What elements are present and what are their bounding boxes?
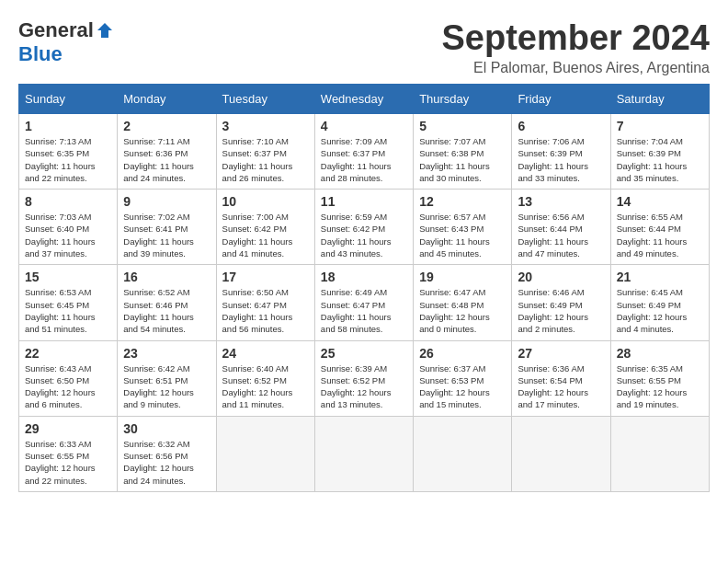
calendar-cell: [610, 416, 709, 491]
calendar-cell: [314, 416, 413, 491]
day-number: 4: [321, 119, 407, 133]
day-info: Sunrise: 7:13 AM Sunset: 6:35 PM Dayligh…: [25, 135, 111, 184]
col-header-thursday: Thursday: [414, 85, 512, 114]
day-number: 19: [419, 270, 506, 284]
calendar-cell: 18Sunrise: 6:49 AM Sunset: 6:47 PM Dayli…: [314, 265, 413, 340]
calendar-cell: 29Sunrise: 6:33 AM Sunset: 6:55 PM Dayli…: [19, 416, 118, 491]
day-info: Sunrise: 6:35 AM Sunset: 6:55 PM Dayligh…: [617, 362, 703, 411]
location-subtitle: El Palomar, Buenos Aires, Argentina: [442, 60, 711, 76]
calendar-cell: [414, 416, 512, 491]
day-info: Sunrise: 6:32 AM Sunset: 6:56 PM Dayligh…: [123, 438, 210, 487]
col-header-friday: Friday: [512, 85, 610, 114]
day-number: 29: [25, 421, 111, 436]
day-number: 11: [321, 194, 407, 209]
day-info: Sunrise: 6:52 AM Sunset: 6:46 PM Dayligh…: [123, 286, 210, 335]
svg-marker-0: [97, 23, 112, 38]
calendar-cell: 30Sunrise: 6:32 AM Sunset: 6:56 PM Dayli…: [118, 416, 216, 491]
day-info: Sunrise: 7:02 AM Sunset: 6:41 PM Dayligh…: [123, 211, 210, 259]
calendar-cell: 12Sunrise: 6:57 AM Sunset: 6:43 PM Dayli…: [414, 190, 512, 265]
day-number: 14: [617, 194, 703, 209]
calendar-cell: 1Sunrise: 7:13 AM Sunset: 6:35 PM Daylig…: [19, 114, 118, 190]
day-number: 28: [617, 346, 703, 361]
day-info: Sunrise: 6:59 AM Sunset: 6:42 PM Dayligh…: [321, 211, 407, 259]
calendar-cell: 2Sunrise: 7:11 AM Sunset: 6:36 PM Daylig…: [118, 114, 216, 190]
logo: General Blue: [18, 18, 114, 66]
day-info: Sunrise: 6:43 AM Sunset: 6:50 PM Dayligh…: [25, 362, 111, 411]
calendar-cell: 28Sunrise: 6:35 AM Sunset: 6:55 PM Dayli…: [610, 340, 709, 416]
day-number: 9: [123, 194, 210, 209]
day-info: Sunrise: 7:09 AM Sunset: 6:37 PM Dayligh…: [321, 135, 407, 184]
calendar-cell: 25Sunrise: 6:39 AM Sunset: 6:52 PM Dayli…: [314, 340, 413, 416]
day-number: 10: [222, 194, 309, 209]
day-number: 21: [617, 270, 703, 284]
day-info: Sunrise: 6:40 AM Sunset: 6:52 PM Dayligh…: [222, 362, 309, 411]
day-number: 18: [321, 270, 407, 284]
day-number: 23: [123, 346, 210, 361]
calendar-cell: 6Sunrise: 7:06 AM Sunset: 6:39 PM Daylig…: [512, 114, 610, 190]
day-info: Sunrise: 6:33 AM Sunset: 6:55 PM Dayligh…: [25, 438, 111, 487]
calendar-cell: 16Sunrise: 6:52 AM Sunset: 6:46 PM Dayli…: [118, 265, 216, 340]
day-info: Sunrise: 6:47 AM Sunset: 6:48 PM Dayligh…: [419, 286, 506, 335]
day-number: 1: [25, 119, 111, 133]
calendar-cell: 20Sunrise: 6:46 AM Sunset: 6:49 PM Dayli…: [512, 265, 610, 340]
day-info: Sunrise: 6:53 AM Sunset: 6:45 PM Dayligh…: [25, 286, 111, 335]
day-number: 26: [419, 346, 506, 361]
day-number: 25: [321, 346, 407, 361]
day-number: 5: [419, 119, 506, 133]
day-info: Sunrise: 6:36 AM Sunset: 6:54 PM Dayligh…: [518, 362, 604, 411]
logo-general-text: General: [18, 18, 94, 42]
day-info: Sunrise: 6:42 AM Sunset: 6:51 PM Dayligh…: [123, 362, 210, 411]
day-number: 7: [617, 119, 703, 133]
day-info: Sunrise: 6:57 AM Sunset: 6:43 PM Dayligh…: [419, 211, 506, 259]
col-header-sunday: Sunday: [19, 85, 118, 114]
calendar-week-row: 29Sunrise: 6:33 AM Sunset: 6:55 PM Dayli…: [19, 416, 710, 491]
day-info: Sunrise: 7:10 AM Sunset: 6:37 PM Dayligh…: [222, 135, 309, 184]
col-header-wednesday: Wednesday: [314, 85, 413, 114]
day-info: Sunrise: 6:50 AM Sunset: 6:47 PM Dayligh…: [222, 286, 309, 335]
day-info: Sunrise: 6:49 AM Sunset: 6:47 PM Dayligh…: [321, 286, 407, 335]
day-info: Sunrise: 7:00 AM Sunset: 6:42 PM Dayligh…: [222, 211, 309, 259]
day-number: 27: [518, 346, 604, 361]
day-info: Sunrise: 7:07 AM Sunset: 6:38 PM Dayligh…: [419, 135, 506, 184]
calendar-header-row: SundayMondayTuesdayWednesdayThursdayFrid…: [19, 85, 710, 114]
calendar-week-row: 8Sunrise: 7:03 AM Sunset: 6:40 PM Daylig…: [19, 190, 710, 265]
calendar-cell: [216, 416, 314, 491]
calendar-cell: 19Sunrise: 6:47 AM Sunset: 6:48 PM Dayli…: [414, 265, 512, 340]
day-info: Sunrise: 7:06 AM Sunset: 6:39 PM Dayligh…: [518, 135, 604, 184]
calendar-cell: 3Sunrise: 7:10 AM Sunset: 6:37 PM Daylig…: [216, 114, 314, 190]
day-number: 2: [123, 119, 210, 133]
calendar-cell: 27Sunrise: 6:36 AM Sunset: 6:54 PM Dayli…: [512, 340, 610, 416]
calendar-cell: 21Sunrise: 6:45 AM Sunset: 6:49 PM Dayli…: [610, 265, 709, 340]
calendar-cell: 26Sunrise: 6:37 AM Sunset: 6:53 PM Dayli…: [414, 340, 512, 416]
calendar-cell: 7Sunrise: 7:04 AM Sunset: 6:39 PM Daylig…: [610, 114, 709, 190]
day-number: 8: [25, 194, 111, 209]
calendar-cell: 11Sunrise: 6:59 AM Sunset: 6:42 PM Dayli…: [314, 190, 413, 265]
day-info: Sunrise: 6:37 AM Sunset: 6:53 PM Dayligh…: [419, 362, 506, 411]
calendar-cell: 15Sunrise: 6:53 AM Sunset: 6:45 PM Dayli…: [19, 265, 118, 340]
day-info: Sunrise: 6:39 AM Sunset: 6:52 PM Dayligh…: [321, 362, 407, 411]
calendar-cell: 5Sunrise: 7:07 AM Sunset: 6:38 PM Daylig…: [414, 114, 512, 190]
day-number: 20: [518, 270, 604, 284]
calendar-week-row: 22Sunrise: 6:43 AM Sunset: 6:50 PM Dayli…: [19, 340, 710, 416]
calendar-cell: 9Sunrise: 7:02 AM Sunset: 6:41 PM Daylig…: [118, 190, 216, 265]
day-info: Sunrise: 6:46 AM Sunset: 6:49 PM Dayligh…: [518, 286, 604, 335]
calendar-week-row: 15Sunrise: 6:53 AM Sunset: 6:45 PM Dayli…: [19, 265, 710, 340]
calendar-cell: 10Sunrise: 7:00 AM Sunset: 6:42 PM Dayli…: [216, 190, 314, 265]
day-number: 22: [25, 346, 111, 361]
day-number: 16: [123, 270, 210, 284]
day-number: 13: [518, 194, 604, 209]
day-info: Sunrise: 7:04 AM Sunset: 6:39 PM Dayligh…: [617, 135, 703, 184]
day-info: Sunrise: 7:11 AM Sunset: 6:36 PM Dayligh…: [123, 135, 210, 184]
day-info: Sunrise: 6:55 AM Sunset: 6:44 PM Dayligh…: [617, 211, 703, 259]
calendar-cell: 22Sunrise: 6:43 AM Sunset: 6:50 PM Dayli…: [19, 340, 118, 416]
day-number: 15: [25, 270, 111, 284]
calendar-cell: 4Sunrise: 7:09 AM Sunset: 6:37 PM Daylig…: [314, 114, 413, 190]
day-info: Sunrise: 6:56 AM Sunset: 6:44 PM Dayligh…: [518, 211, 604, 259]
calendar-week-row: 1Sunrise: 7:13 AM Sunset: 6:35 PM Daylig…: [19, 114, 710, 190]
day-number: 6: [518, 119, 604, 133]
calendar-cell: [512, 416, 610, 491]
col-header-saturday: Saturday: [610, 85, 709, 114]
day-number: 30: [123, 421, 210, 436]
calendar-cell: 14Sunrise: 6:55 AM Sunset: 6:44 PM Dayli…: [610, 190, 709, 265]
title-block: September 2024 El Palomar, Buenos Aires,…: [442, 18, 711, 76]
